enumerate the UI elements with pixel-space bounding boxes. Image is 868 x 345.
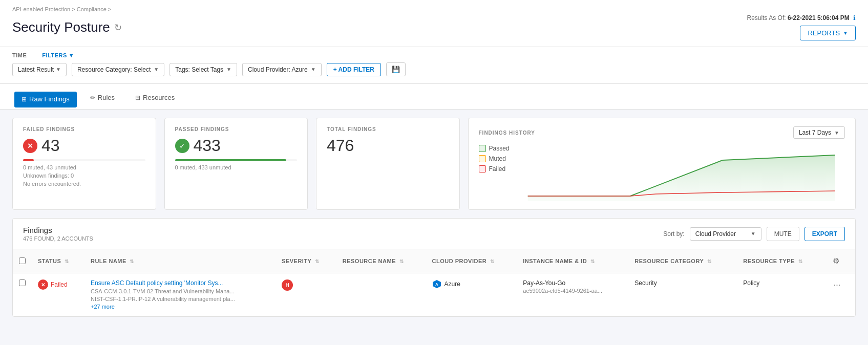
row-fail-icon: ✕ — [38, 279, 48, 290]
findings-history-card: FINDINGS HISTORY Last 7 Days ▼ Passed Mu… — [468, 118, 856, 210]
rules-icon: ✏ — [90, 94, 95, 101]
findings-table: STATUS ⇅ RULE NAME ⇅ SEVERITY ⇅ RESOUR — [13, 249, 855, 316]
failed-count: 43 — [41, 136, 60, 155]
resource-category-select[interactable]: Resource Category: Select ▼ — [72, 63, 164, 76]
instance-name-cell: Pay-As-You-Go ae59002a-cfd5-4149-9261-aa… — [517, 273, 628, 316]
table-settings-button[interactable]: ⚙ — [831, 254, 841, 268]
resource-name-cell — [336, 273, 426, 316]
period-arrow: ▼ — [834, 130, 839, 136]
sort-by-select[interactable]: Cloud Provider ▼ — [690, 227, 761, 241]
export-button[interactable]: EXPORT — [805, 227, 845, 241]
th-instance-name[interactable]: INSTANCE NAME & ID ⇅ — [517, 249, 628, 273]
resources-icon: ⊟ — [135, 94, 140, 101]
time-label: TIME — [12, 52, 27, 58]
th-settings: ⚙ — [824, 249, 855, 273]
tabs-bar: ⊞ Raw Findings ✏ Rules ⊟ Resources — [0, 84, 868, 110]
total-findings-card: TOTAL FINDINGS 476 — [316, 118, 460, 210]
info-icon[interactable]: ℹ — [853, 14, 856, 21]
row-more-button[interactable]: ··· — [831, 279, 843, 291]
total-count: 476 — [327, 136, 354, 155]
failed-findings-card: FAILED FINDINGS ✕ 43 0 muted, 43 unmuted… — [12, 118, 156, 210]
instance-sort-icon: ⇅ — [590, 258, 595, 264]
rule-sub-1: CSA-CCM-3.0.1-TVM-02 Threat and Vulnerab… — [91, 288, 244, 294]
select-all-checkbox[interactable] — [19, 257, 26, 264]
cloud-provider-select[interactable]: Cloud Provider: Azure ▼ — [242, 63, 322, 76]
passed-findings-card: PASSED FINDINGS ✓ 433 0 muted, 433 unmut… — [164, 118, 308, 210]
status-sort-icon: ⇅ — [65, 258, 69, 264]
table-row: ✕ Failed Ensure ASC Default policy setti… — [13, 273, 855, 316]
th-resource-name[interactable]: RESOURCE NAME ⇅ — [336, 249, 426, 273]
total-label: TOTAL FINDINGS — [327, 126, 449, 132]
row-checkbox[interactable] — [19, 279, 26, 286]
refresh-icon[interactable]: ↻ — [114, 22, 122, 33]
th-resource-type[interactable]: RESOURCE TYPE ⇅ — [737, 249, 824, 273]
row-checkbox-cell — [13, 273, 32, 316]
azure-logo: A — [432, 279, 441, 289]
save-filter-button[interactable]: 💾 — [386, 62, 406, 76]
rule-name-link[interactable]: Ensure ASC Default policy setting 'Monit… — [91, 279, 244, 287]
add-filter-button[interactable]: + ADD FILTER — [327, 63, 381, 76]
passed-sub: 0 muted, 433 unmuted — [175, 164, 298, 170]
resource-category-cell: Security — [628, 273, 737, 316]
time-select-arrow: ▼ — [56, 67, 61, 72]
severity-badge: H — [282, 279, 293, 291]
breadcrumb-item-2[interactable]: Compliance — [77, 6, 107, 12]
legend-failed-box — [479, 165, 486, 172]
chart-area — [518, 145, 845, 201]
legend-passed-box — [479, 145, 486, 152]
tab-rules[interactable]: ✏ Rules — [83, 90, 122, 106]
legend: Passed Muted Failed — [479, 145, 510, 197]
th-checkbox — [13, 249, 32, 273]
filters-dropdown-arrow: ▼ — [69, 52, 74, 58]
tab-resources[interactable]: ⊟ Resources — [128, 90, 182, 106]
row-more-cell: ··· — [824, 273, 855, 316]
passed-count: 433 — [194, 136, 221, 155]
failed-sub: 0 muted, 43 unmuted — [23, 164, 145, 170]
rule-sort-icon: ⇅ — [130, 258, 134, 264]
rule-more-link[interactable]: +27 more — [91, 304, 244, 310]
status-cell: ✕ Failed — [32, 273, 84, 316]
main-content: FAILED FINDINGS ✕ 43 0 muted, 43 unmuted… — [0, 110, 868, 325]
page-title: Security Posture ↻ — [12, 19, 122, 35]
th-status[interactable]: STATUS ⇅ — [32, 249, 84, 273]
sort-by-label: Sort by: — [663, 230, 684, 238]
legend-failed-label: Failed — [489, 165, 506, 172]
table-wrap: STATUS ⇅ RULE NAME ⇅ SEVERITY ⇅ RESOUR — [13, 249, 855, 316]
passed-area — [527, 155, 835, 201]
resource-category-arrow: ▼ — [154, 67, 159, 72]
cloud-provider-arrow: ▼ — [311, 67, 316, 72]
tab-raw-findings[interactable]: ⊞ Raw Findings — [14, 92, 77, 107]
resource-name-sort-icon: ⇅ — [399, 258, 404, 264]
cloud-provider-cell: A Azure — [426, 273, 517, 316]
resource-type-cell: Policy — [737, 273, 824, 316]
rule-sub-2: NIST-CSF-1.1-PR.IP-12 A vulnerability ma… — [91, 296, 244, 302]
svg-text:A: A — [435, 282, 438, 287]
fail-progress-bar — [23, 159, 34, 161]
th-resource-category[interactable]: RESOURCE CATEGORY ⇅ — [628, 249, 737, 273]
tags-select[interactable]: Tags: Select Tags ▼ — [170, 63, 237, 76]
top-bar: API-enabled Protection > Compliance > Se… — [0, 0, 868, 47]
tags-arrow: ▼ — [226, 67, 231, 72]
reports-button[interactable]: REPORTS ▼ — [800, 26, 856, 40]
unknown-findings: Unknown findings: 0 — [23, 172, 145, 179]
mute-button[interactable]: MUTE — [767, 227, 799, 241]
th-severity[interactable]: SEVERITY ⇅ — [276, 249, 336, 273]
filters-label[interactable]: FILTERS ▼ — [42, 52, 74, 58]
reports-dropdown-arrow: ▼ — [843, 30, 848, 36]
th-rule-name[interactable]: RULE NAME ⇅ — [84, 249, 276, 273]
results-timestamp: Results As Of: 6-22-2021 5:06:04 PM ℹ — [747, 14, 856, 21]
findings-count: 476 FOUND, 2 ACCOUNTS — [23, 235, 93, 242]
rule-name-cell: Ensure ASC Default policy setting 'Monit… — [84, 273, 276, 316]
legend-muted-label: Muted — [489, 155, 506, 162]
legend-muted-box — [479, 155, 486, 162]
breadcrumb-item-1[interactable]: API-enabled Protection — [12, 6, 70, 12]
history-chart — [518, 145, 845, 201]
th-cloud-provider[interactable]: CLOUD PROVIDER ⇅ — [426, 249, 517, 273]
cloud-sort-icon: ⇅ — [490, 258, 495, 264]
filters-bar: TIME FILTERS ▼ Latest Result ▼ Resource … — [0, 47, 868, 84]
findings-table-section: Findings 476 FOUND, 2 ACCOUNTS Sort by: … — [12, 218, 856, 317]
history-period-select[interactable]: Last 7 Days ▼ — [793, 126, 845, 139]
pass-progress-bar — [175, 159, 286, 161]
time-filter-select[interactable]: Latest Result ▼ — [12, 63, 67, 76]
legend-passed-label: Passed — [489, 145, 510, 152]
